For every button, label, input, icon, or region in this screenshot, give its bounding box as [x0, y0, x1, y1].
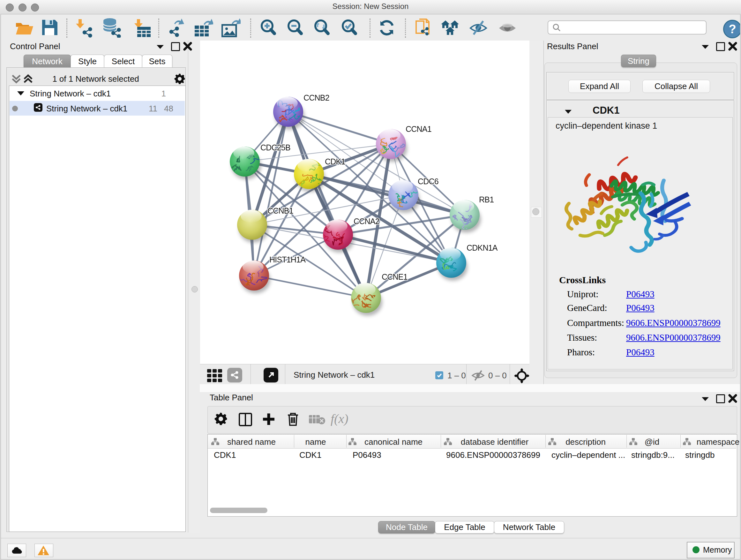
svg-text:CDKN1A: CDKN1A — [467, 243, 498, 252]
svg-text:CCNB1: CCNB1 — [267, 206, 293, 215]
svg-text:CDC25B: CDC25B — [260, 143, 290, 152]
svg-text:CDK1: CDK1 — [325, 157, 345, 166]
svg-text:CCNE1: CCNE1 — [382, 272, 408, 281]
svg-text:CCNA1: CCNA1 — [406, 125, 431, 133]
svg-text:HIST1H1A: HIST1H1A — [269, 255, 306, 264]
svg-text:CDC6: CDC6 — [418, 177, 439, 186]
svg-text:RB1: RB1 — [479, 195, 494, 204]
svg-text:CCNA2: CCNA2 — [354, 217, 380, 226]
svg-text:CCNB2: CCNB2 — [304, 93, 329, 102]
